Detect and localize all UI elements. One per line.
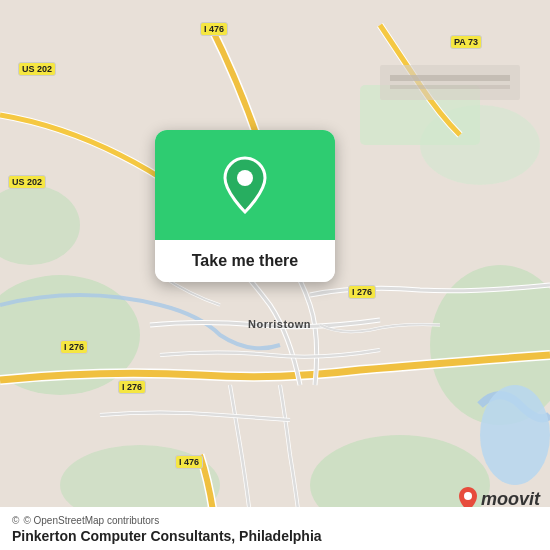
svg-rect-10: [390, 75, 510, 81]
card-top: [155, 130, 335, 240]
road-badge-i476-top: I 476: [200, 22, 228, 36]
road-badge-i276-mid: I 276: [118, 380, 146, 394]
road-badge-i476-bottom: I 476: [175, 455, 203, 469]
location-pin-icon: [221, 156, 269, 214]
road-badge-i276-left: I 276: [60, 340, 88, 354]
road-badge-us202-top: US 202: [18, 62, 56, 76]
road-badge-us202-mid: US 202: [8, 175, 46, 189]
take-me-there-card[interactable]: Take me there: [155, 130, 335, 282]
take-me-there-text: Take me there: [192, 252, 298, 270]
bottom-bar: © © OpenStreetMap contributors Pinkerton…: [0, 507, 550, 550]
svg-point-13: [464, 492, 472, 500]
copyright-icon: ©: [12, 515, 19, 526]
svg-point-8: [480, 385, 550, 485]
map-container: I 476 US 202 US 202 PA 73 I 276 I 276 I …: [0, 0, 550, 550]
attribution: © © OpenStreetMap contributors: [12, 515, 538, 526]
city-label: Norristown: [248, 318, 311, 330]
card-bottom[interactable]: Take me there: [155, 240, 335, 282]
svg-rect-11: [390, 85, 510, 89]
road-badge-i276-right: I 276: [348, 285, 376, 299]
location-title: Pinkerton Computer Consultants, Philadel…: [12, 528, 538, 544]
svg-point-12: [237, 170, 253, 186]
road-badge-pa73: PA 73: [450, 35, 482, 49]
svg-rect-9: [380, 65, 520, 100]
attribution-text: © OpenStreetMap contributors: [23, 515, 159, 526]
